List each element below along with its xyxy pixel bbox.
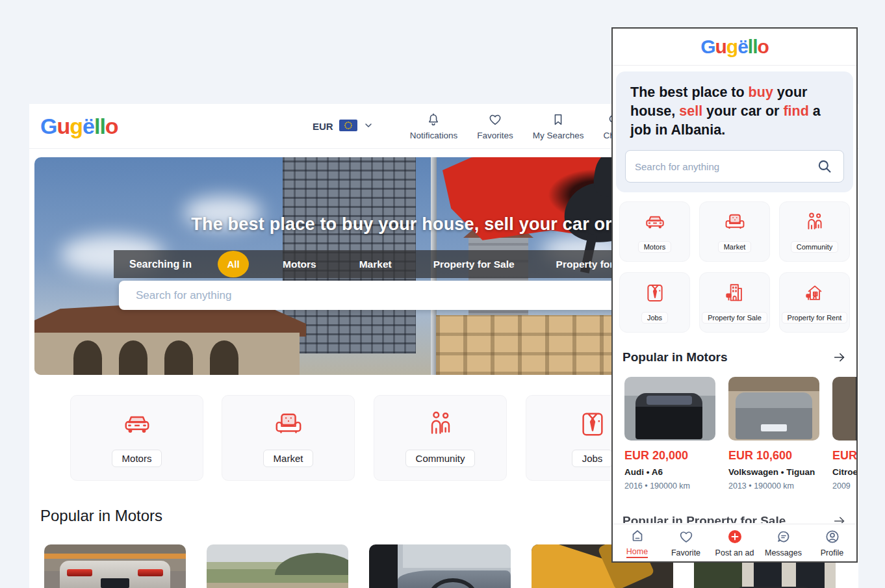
bookmark-icon xyxy=(551,112,565,129)
home-icon xyxy=(630,528,645,546)
nav-favorites[interactable]: Favorites xyxy=(477,112,513,140)
listing-card-citroen[interactable]: EUR Citroe 2009 xyxy=(832,377,856,491)
listing-meta: 2009 xyxy=(832,481,856,491)
mobile-bottom-nav: Home Favorite Post an ad Messages Profil… xyxy=(613,524,856,561)
people-icon xyxy=(804,211,826,236)
listing-meta: 2013 • 190000 km xyxy=(728,481,819,491)
heart-icon xyxy=(678,529,694,547)
desktop-header-nav: EUR Notifications Favorites My Searches xyxy=(313,104,656,149)
shirt-tie-icon xyxy=(644,282,666,307)
car-photo-countryside xyxy=(207,544,348,588)
car-photo-citroen xyxy=(832,377,856,441)
people-icon xyxy=(426,409,455,442)
car-photo-audi-front xyxy=(624,377,715,441)
mobile-next-section-header: Popular in Property for Sale xyxy=(622,514,847,523)
car-icon xyxy=(122,409,152,442)
plus-circle-icon xyxy=(727,529,743,547)
bottomnav-post-an-ad[interactable]: Post an ad xyxy=(710,529,759,557)
mobile-category-jobs[interactable]: Jobs xyxy=(619,272,690,333)
eu-flag-icon xyxy=(339,120,357,134)
bottomnav-home[interactable]: Home xyxy=(613,528,661,558)
listing-title: Volkswagen • Tiguan xyxy=(728,467,819,477)
category-label: Property for Sale xyxy=(702,312,767,324)
search-icon[interactable] xyxy=(816,158,833,175)
listing-title: Audi • A6 xyxy=(624,467,715,477)
car-icon xyxy=(644,211,666,236)
building-sale-icon xyxy=(724,282,746,307)
mobile-search-bar xyxy=(625,150,844,183)
mobile-listings-row: EUR 20,000 Audi • A6 2016 • 190000 km EU… xyxy=(613,377,856,491)
mosque-arch xyxy=(210,340,238,375)
mobile-preview-frame: Gugëllo The best place to buy your house… xyxy=(611,27,858,563)
mobile-header: Gugëllo xyxy=(613,29,856,66)
category-label: Motors xyxy=(112,450,162,467)
mobile-category-property-for-rent[interactable]: Property for Rent xyxy=(779,272,850,333)
popular-in-motors-title: Popular in Motors xyxy=(40,507,162,525)
mosque-arch xyxy=(119,340,148,375)
mosque-arch xyxy=(73,340,102,375)
listing-title: Citroe xyxy=(832,467,856,477)
listing-card[interactable] xyxy=(44,544,186,588)
mobile-category-grid: Motors Market Community Jobs Property fo… xyxy=(619,201,850,333)
category-card-community[interactable]: Community xyxy=(374,395,507,481)
category-card-motors[interactable]: Motors xyxy=(70,395,203,481)
mosque-arch xyxy=(164,340,193,375)
mobile-category-market[interactable]: Market xyxy=(699,201,770,262)
message-bubble-icon xyxy=(776,529,791,547)
mobile-hero-card: The best place to buy your house, sell y… xyxy=(616,71,853,192)
gugello-logo[interactable]: Gugëllo xyxy=(40,114,118,139)
mobile-category-property-for-sale[interactable]: Property for Sale xyxy=(699,272,770,333)
mobile-category-community[interactable]: Community xyxy=(779,201,850,262)
bottomnav-profile[interactable]: Profile xyxy=(808,529,856,557)
listing-card-audi-a6[interactable]: EUR 20,000 Audi • A6 2016 • 190000 km xyxy=(624,377,715,491)
category-label: Community xyxy=(405,450,476,467)
listing-price: EUR 10,600 xyxy=(728,449,819,463)
arrow-right-icon[interactable] xyxy=(832,514,847,523)
sofa-icon xyxy=(724,211,746,236)
currency-code: EUR xyxy=(313,121,333,132)
car-photo-interior xyxy=(369,544,511,588)
sofa-icon xyxy=(274,409,303,442)
house-rent-icon xyxy=(804,282,826,307)
profile-icon xyxy=(825,529,840,547)
bell-icon xyxy=(426,112,441,129)
mobile-category-motors[interactable]: Motors xyxy=(619,201,690,262)
listing-meta: 2016 • 190000 km xyxy=(624,481,715,491)
listing-card[interactable] xyxy=(207,544,348,588)
mobile-popular-header: Popular in Motors xyxy=(622,350,847,364)
tab-all[interactable]: All xyxy=(218,251,249,277)
car-photo-tiguan-front xyxy=(728,377,819,441)
popular-in-motors-title: Popular in Motors xyxy=(622,350,728,364)
category-label: Jobs xyxy=(572,450,613,467)
mobile-tagline: The best place to buy your house, sell y… xyxy=(630,83,839,139)
listing-price: EUR xyxy=(832,449,856,463)
category-label: Jobs xyxy=(641,312,668,324)
tab-property-for-sale[interactable]: Property for Sale xyxy=(433,259,515,270)
shirt-tie-icon xyxy=(578,409,608,442)
currency-selector[interactable]: EUR xyxy=(313,120,374,134)
category-card-market[interactable]: Market xyxy=(222,395,355,481)
bottomnav-messages[interactable]: Messages xyxy=(759,529,808,557)
heart-icon xyxy=(488,112,502,129)
gugello-logo-mobile[interactable]: Gugëllo xyxy=(700,36,769,58)
chevron-down-icon xyxy=(363,120,374,133)
listing-card-vw-tiguan[interactable]: EUR 10,600 Volkswagen • Tiguan 2013 • 19… xyxy=(728,377,819,491)
category-label: Market xyxy=(263,450,314,467)
searching-in-label: Searching in xyxy=(129,259,192,270)
popular-in-property-title: Popular in Property for Sale xyxy=(622,514,786,523)
nav-my-searches[interactable]: My Searches xyxy=(533,112,584,140)
tab-motors[interactable]: Motors xyxy=(283,259,316,270)
tab-market[interactable]: Market xyxy=(359,259,392,270)
nav-notifications[interactable]: Notifications xyxy=(410,112,458,140)
listing-price: EUR 20,000 xyxy=(624,449,715,463)
category-label: Community xyxy=(791,241,839,253)
category-label: Market xyxy=(718,241,752,253)
bottomnav-favorite[interactable]: Favorite xyxy=(661,529,710,557)
car-photo-audi-rear xyxy=(44,544,186,588)
arrow-right-icon[interactable] xyxy=(832,350,847,364)
category-label: Property for Rent xyxy=(782,312,848,324)
category-label: Motors xyxy=(638,241,672,253)
mobile-search-input[interactable] xyxy=(626,161,816,172)
listing-card[interactable] xyxy=(369,544,511,588)
